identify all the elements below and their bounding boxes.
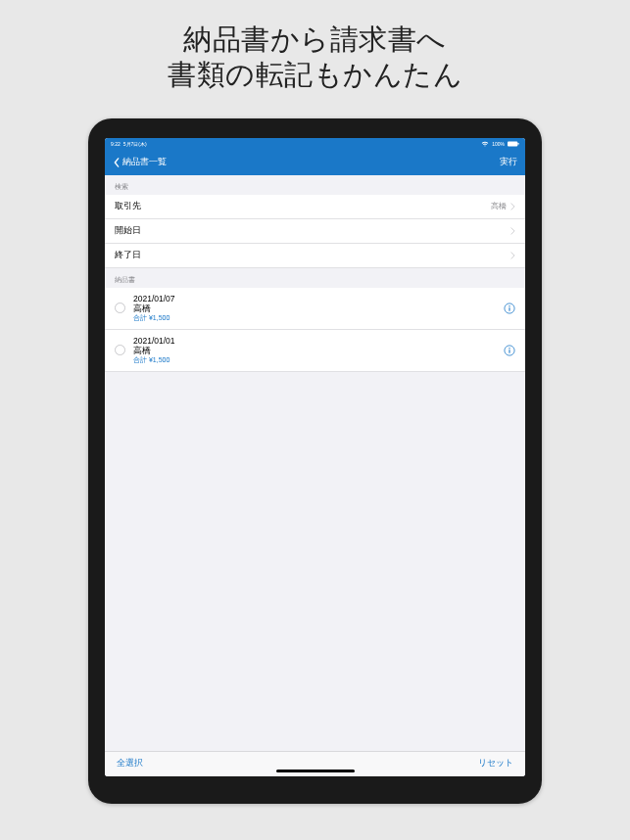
svg-point-3	[509, 305, 509, 306]
home-indicator[interactable]	[276, 770, 355, 772]
chevron-left-icon	[113, 158, 121, 167]
list-header: 納品書	[105, 268, 525, 288]
svg-rect-0	[508, 141, 517, 146]
nav-bar: 納品書一覧 実行	[105, 150, 525, 175]
wifi-icon	[481, 141, 489, 147]
info-icon[interactable]	[504, 345, 515, 356]
headline-line2: 書類の転記もかんたん	[168, 57, 462, 92]
battery-percent: 100%	[492, 141, 505, 147]
battery-icon	[508, 141, 519, 147]
back-button[interactable]: 納品書一覧	[113, 156, 167, 168]
svg-rect-1	[518, 142, 519, 145]
execute-button[interactable]: 実行	[500, 156, 517, 168]
bottom-toolbar: 全選択 リセット	[105, 751, 525, 776]
back-label: 納品書一覧	[122, 156, 167, 168]
filter-header: 検索	[105, 175, 525, 195]
radio-unchecked-icon[interactable]	[115, 303, 125, 313]
svg-rect-4	[509, 307, 509, 311]
item-total: 合計 ¥1,500	[133, 356, 496, 365]
info-icon[interactable]	[504, 303, 515, 314]
screen: 9:22 5月7日(木) 100% 納品書一覧 実行 検索 取引先 高橋	[105, 138, 525, 776]
status-date: 5月7日(木)	[123, 141, 147, 147]
svg-rect-7	[509, 350, 509, 353]
client-label: 取引先	[115, 201, 141, 212]
radio-unchecked-icon[interactable]	[115, 345, 125, 355]
list-item[interactable]: 2021/01/01 高橋 合計 ¥1,500	[105, 330, 525, 372]
status-time: 9:22	[111, 141, 121, 147]
item-total: 合計 ¥1,500	[133, 314, 496, 323]
item-client: 高橋	[133, 346, 496, 356]
promo-headline: 納品書から請求書へ 書類の転記もかんたん	[168, 22, 462, 93]
start-date-cell[interactable]: 開始日	[105, 219, 525, 244]
chevron-right-icon	[510, 203, 515, 210]
item-date: 2021/01/01	[133, 336, 496, 347]
client-cell[interactable]: 取引先 高橋	[105, 195, 525, 219]
item-date: 2021/01/07	[133, 294, 496, 304]
chevron-right-icon	[510, 227, 515, 235]
list-item[interactable]: 2021/01/07 高橋 合計 ¥1,500	[105, 288, 525, 330]
tablet-frame: 9:22 5月7日(木) 100% 納品書一覧 実行 検索 取引先 高橋	[88, 118, 542, 804]
svg-point-6	[509, 348, 509, 349]
start-date-label: 開始日	[115, 225, 141, 237]
end-date-label: 終了日	[115, 250, 141, 261]
content-spacer	[105, 372, 525, 751]
client-value: 高橋	[491, 201, 507, 211]
status-bar: 9:22 5月7日(木) 100%	[105, 138, 525, 150]
headline-line1: 納品書から請求書へ	[168, 22, 462, 57]
select-all-button[interactable]: 全選択	[117, 758, 143, 770]
reset-button[interactable]: リセット	[478, 758, 513, 770]
chevron-right-icon	[510, 252, 515, 259]
end-date-cell[interactable]: 終了日	[105, 244, 525, 268]
item-client: 高橋	[133, 303, 496, 314]
